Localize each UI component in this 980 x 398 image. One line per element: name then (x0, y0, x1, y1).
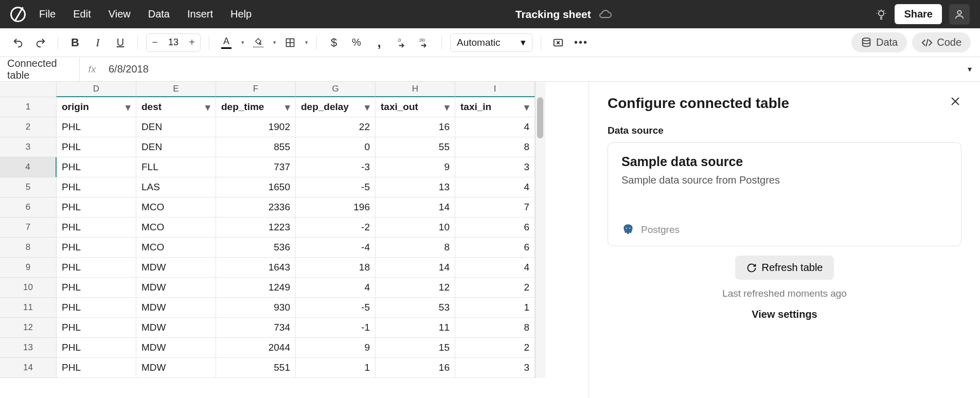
text-color-chevron-icon[interactable]: ▾ (241, 39, 244, 46)
cell-9-taxi_out[interactable]: 14 (376, 258, 455, 278)
cell-12-dep_delay[interactable]: -1 (296, 318, 376, 338)
cell-14-dep_delay[interactable]: 1 (296, 358, 376, 378)
column-header-H[interactable]: H (376, 82, 455, 97)
font-size-decrease[interactable]: − (147, 34, 163, 51)
italic-button[interactable]: I (89, 34, 106, 51)
font-size-increase[interactable]: + (184, 34, 200, 51)
cell-5-taxi_out[interactable]: 13 (376, 177, 455, 197)
cell-11-dep_time[interactable]: 930 (216, 298, 296, 318)
cell-8-taxi_out[interactable]: 8 (376, 238, 455, 258)
cell-8-dep_time[interactable]: 536 (216, 238, 296, 258)
row-header-1[interactable]: 1 (0, 97, 57, 117)
row-header-14[interactable]: 14 (0, 358, 57, 378)
fill-color-chevron-icon[interactable]: ▾ (273, 39, 276, 46)
lightbulb-icon[interactable] (875, 8, 887, 21)
cell-13-origin[interactable]: PHL (57, 338, 136, 358)
cell-3-origin[interactable]: PHL (57, 137, 136, 157)
cell-14-dep_time[interactable]: 551 (216, 358, 296, 378)
cell-3-dep_time[interactable]: 855 (216, 137, 296, 157)
cell-4-dep_delay[interactable]: -3 (296, 157, 376, 177)
cell-14-dest[interactable]: MDW (136, 358, 216, 378)
cell-10-dest[interactable]: MDW (136, 278, 216, 298)
menu-help[interactable]: Help (230, 8, 252, 20)
cell-14-origin[interactable]: PHL (57, 358, 136, 378)
percent-format-button[interactable]: % (348, 34, 365, 51)
filter-chevron-icon[interactable]: ▾ (365, 101, 370, 113)
increase-decimal-button[interactable]: .00 (416, 34, 433, 51)
menu-file[interactable]: File (39, 8, 56, 20)
decrease-decimal-button[interactable]: .0 (393, 34, 411, 51)
close-panel-button[interactable] (949, 95, 961, 107)
fill-color-button[interactable] (250, 34, 267, 51)
cell-4-taxi_out[interactable]: 9 (376, 157, 455, 177)
row-header-4[interactable]: 4 (0, 157, 57, 177)
text-color-button[interactable]: A (218, 34, 235, 51)
cell-13-dep_delay[interactable]: 9 (296, 338, 376, 358)
menu-view[interactable]: View (109, 8, 131, 20)
table-column-dep_delay[interactable]: dep_delay▾ (296, 97, 376, 117)
cell-6-origin[interactable]: PHL (57, 197, 136, 218)
cell-13-taxi_out[interactable]: 15 (376, 338, 455, 358)
filter-chevron-icon[interactable]: ▾ (205, 101, 210, 113)
cell-2-dep_delay[interactable]: 22 (296, 117, 376, 137)
cell-12-dest[interactable]: MDW (136, 318, 216, 338)
more-button[interactable]: ••• (572, 34, 590, 51)
cell-5-dep_delay[interactable]: -5 (296, 177, 376, 197)
cloud-sync-icon[interactable] (598, 9, 612, 20)
cell-6-dep_delay[interactable]: 196 (296, 197, 376, 218)
cell-14-taxi_in[interactable]: 3 (455, 358, 535, 378)
bold-button[interactable]: B (66, 34, 84, 51)
row-header-7[interactable]: 7 (0, 218, 57, 238)
cell-4-dest[interactable]: FLL (136, 157, 216, 177)
app-logo[interactable] (10, 7, 26, 22)
scrollbar[interactable] (535, 82, 545, 378)
redo-button[interactable] (32, 34, 49, 51)
cell-5-origin[interactable]: PHL (57, 177, 136, 197)
cell-11-dep_delay[interactable]: -5 (296, 298, 376, 318)
filter-chevron-icon[interactable]: ▾ (524, 101, 529, 113)
row-header-8[interactable]: 8 (0, 238, 57, 258)
cell-9-dep_delay[interactable]: 18 (296, 258, 376, 278)
row-header-13[interactable]: 13 (0, 338, 57, 358)
cell-7-dep_time[interactable]: 1223 (216, 218, 296, 238)
cell-2-origin[interactable]: PHL (57, 117, 136, 137)
cell-reference[interactable]: Connected table (0, 57, 80, 81)
cell-11-taxi_in[interactable]: 1 (455, 298, 535, 318)
cell-13-dest[interactable]: MDW (136, 338, 216, 358)
menu-insert[interactable]: Insert (187, 8, 213, 20)
cell-8-origin[interactable]: PHL (57, 238, 136, 258)
number-format-select[interactable]: Automatic ▾ (450, 33, 532, 52)
code-pill-button[interactable]: Code (912, 32, 971, 52)
table-column-dest[interactable]: dest▾ (136, 97, 216, 117)
cell-13-taxi_in[interactable]: 2 (455, 338, 535, 358)
table-column-taxi_out[interactable]: taxi_out▾ (376, 97, 455, 117)
cell-6-dep_time[interactable]: 2336 (216, 197, 296, 218)
row-header-9[interactable]: 9 (0, 258, 57, 278)
column-header-E[interactable]: E (136, 82, 216, 97)
cell-7-dest[interactable]: MCO (136, 218, 216, 238)
cell-7-origin[interactable]: PHL (57, 218, 136, 238)
cell-9-origin[interactable]: PHL (57, 258, 136, 278)
filter-chevron-icon[interactable]: ▾ (444, 101, 450, 113)
grid-corner[interactable] (0, 82, 57, 97)
scroll-thumb[interactable] (537, 97, 543, 138)
borders-chevron-icon[interactable]: ▾ (305, 39, 308, 46)
cell-3-dep_delay[interactable]: 0 (296, 137, 376, 157)
cell-10-taxi_out[interactable]: 12 (376, 278, 455, 298)
cell-2-taxi_out[interactable]: 16 (376, 117, 455, 137)
column-header-F[interactable]: F (216, 82, 296, 97)
underline-button[interactable]: U (112, 34, 129, 51)
cell-11-origin[interactable]: PHL (57, 298, 136, 318)
cell-6-taxi_out[interactable]: 14 (376, 197, 455, 218)
cell-7-dep_delay[interactable]: -2 (296, 218, 376, 238)
cell-13-dep_time[interactable]: 2044 (216, 338, 296, 358)
cell-10-taxi_in[interactable]: 2 (455, 278, 535, 298)
cell-11-dest[interactable]: MDW (136, 298, 216, 318)
borders-button[interactable] (281, 34, 299, 51)
comma-format-button[interactable]: , (370, 34, 388, 51)
cell-7-taxi_out[interactable]: 10 (376, 218, 455, 238)
insert-button[interactable] (549, 34, 567, 51)
cell-5-dep_time[interactable]: 1650 (216, 177, 296, 197)
table-column-taxi_in[interactable]: taxi_in▾ (455, 97, 535, 117)
font-size-value[interactable]: 13 (163, 37, 184, 48)
